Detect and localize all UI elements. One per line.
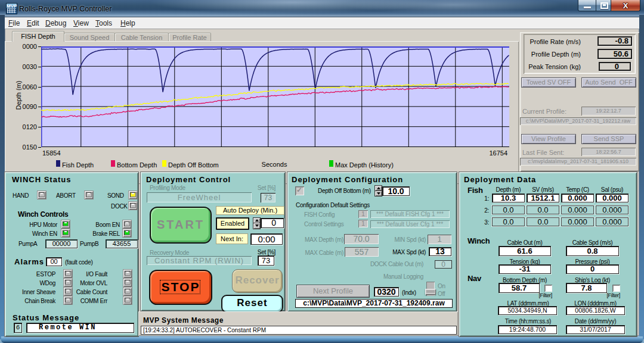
title-bar[interactable]: MVP Rolls-Royce MVP Controller X [0, 0, 644, 17]
start-button[interactable]: START [150, 207, 212, 244]
wdog-label: WDog [11, 280, 55, 286]
auto-deploy-stepper[interactable] [253, 218, 260, 229]
pump-a-label: PumpA [18, 241, 37, 247]
profile-depth-label: Profile Depth (m) [526, 51, 581, 58]
x-axis-title: Seconds [250, 161, 298, 168]
nav-section-label: Nav [467, 275, 481, 282]
winch-en-label: Winch EN [17, 230, 57, 237]
status-message-title: Status Message [13, 313, 79, 322]
cable-count-led[interactable] [123, 288, 132, 295]
abort-label: ABORT [56, 192, 76, 199]
fish-config-label: FISH Config [304, 211, 335, 218]
toggle-on-label: On [438, 283, 445, 289]
motor-ovl-label: Motor OVL [61, 280, 107, 286]
tab-profile-rate[interactable]: Profile Rate [168, 33, 211, 42]
menu-debug[interactable]: Debug [45, 19, 66, 27]
system-message-text: [19:24:33.2] AUTORECOVER - Constant RPM [141, 326, 457, 335]
io-fault-led[interactable] [123, 270, 132, 277]
sond-label: SOND [107, 192, 124, 199]
send-ssp-button[interactable]: Send SSP [581, 134, 636, 144]
fish-2-sal: 0.000 [596, 205, 628, 214]
auto-deploy-value[interactable]: 0 [261, 218, 284, 228]
time-value: 19:24:48.700 [498, 325, 557, 334]
dock-led[interactable] [129, 202, 137, 210]
deployment-data-panel: Deployment Data Fish Depth (m) SV (m/s) … [459, 172, 637, 336]
last-file-sent-file: c:\mvp\data\mvp_2017-07-31_181905.s10 [520, 158, 636, 166]
y-tick [38, 67, 41, 67]
depth-off-bottom-checkbox[interactable]: ✓ [295, 186, 304, 195]
legend-label-fish-depth: Fish Depth [62, 161, 94, 169]
stop-button[interactable]: STOP [149, 270, 212, 305]
pump-b-value: 43655 [106, 239, 138, 248]
depth-off-bottom-stepper[interactable] [375, 186, 382, 196]
tab-sound-speed[interactable]: Sound Speed [64, 33, 115, 42]
max-spd-label: MAX Spd (kt) [377, 249, 426, 255]
reset-button[interactable]: Reset [221, 295, 283, 313]
fish-row-label: 2: [477, 207, 489, 214]
max-cable-value: 557 [345, 247, 379, 257]
sond-led[interactable] [129, 191, 137, 199]
next-profile-button[interactable]: Next Profile [296, 285, 370, 298]
depth-off-bottom-value[interactable]: 10.0 [382, 186, 410, 196]
view-profile-button[interactable]: View Profile [521, 134, 576, 144]
dock-label: DOCK [111, 203, 128, 210]
towed-sv-button[interactable]: Towed SV OFF [521, 77, 576, 88]
ships-log-filter-checkbox[interactable] [612, 285, 620, 292]
motor-ovl-led[interactable] [123, 279, 132, 286]
control-settings-text: *** Default User Cfg 1 *** [370, 220, 450, 228]
winch-status-panel: WINCH Status HAND ABORT SOND DOCK Winch … [5, 172, 138, 336]
hpu-motor-label: HPU Motor [17, 222, 57, 228]
fish-3-sal: 0.000 [596, 217, 628, 226]
winch-status-title: WINCH Status [12, 175, 71, 184]
hand-led[interactable] [38, 191, 46, 199]
profiling-set-pct-value: 73 [261, 193, 275, 202]
fish-3-sv: 0.0 [527, 217, 559, 226]
brake-rel-led[interactable] [123, 229, 131, 237]
manual-logging-toggle-thumb[interactable] [425, 289, 436, 295]
winch-en-led[interactable] [61, 229, 70, 237]
fault-code-value: 00 [46, 257, 62, 266]
menu-edit[interactable]: Edit [27, 19, 39, 27]
tab-cable-tension[interactable]: Cable Tension [114, 33, 169, 42]
application-window: MVP Rolls-Royce MVP Controller X File Ed… [0, 0, 644, 343]
minimize-button[interactable] [578, 0, 597, 11]
legend-swatch-depth-off-bottom [162, 160, 166, 167]
profiling-mode-label: Profiling Mode [150, 185, 185, 191]
menu-tools[interactable]: Tools [95, 19, 112, 27]
stepper-down-icon[interactable] [375, 191, 382, 196]
tab-fish-depth[interactable]: FISH Depth [12, 31, 64, 42]
dock-cable-label: DOCK Cable Out (m) [353, 261, 423, 267]
stop-focus-rect [160, 280, 200, 294]
cable-spd-label: Cable Spd (m/s) [566, 239, 619, 246]
recovery-set-pct-value: 73 [258, 255, 274, 266]
deployment-data-title: Deployment Data [464, 175, 536, 184]
profiling-mode-value: FreeWheel [147, 192, 252, 202]
app-icon-waves [7, 8, 16, 13]
y-tick [38, 127, 41, 127]
menu-help[interactable]: Help [120, 19, 135, 27]
menu-file[interactable]: File [8, 19, 20, 27]
app-icon[interactable]: MVP [6, 3, 17, 14]
maximize-button[interactable] [596, 0, 612, 11]
cable-out-label: Cable Out (m) [499, 239, 551, 246]
window-border-right [639, 15, 644, 339]
recover-button[interactable]: Recover [232, 269, 283, 293]
close-button[interactable]: X [611, 0, 640, 11]
winch-section-label: Winch [467, 238, 490, 244]
manual-logging-label: Manual Logging [353, 273, 423, 280]
stepper-down-icon[interactable] [253, 223, 260, 229]
stepper-up-icon[interactable] [375, 186, 382, 191]
max-spd-value[interactable]: 13 [429, 247, 451, 256]
enabled-label: Enabled [216, 217, 249, 230]
stepper-up-icon[interactable] [253, 218, 260, 223]
index-label: (Indx) [402, 289, 416, 296]
fish-2-sv: 0.0 [527, 205, 559, 214]
hpu-motor-led[interactable] [61, 220, 70, 228]
bottom-depth-filter-checkbox[interactable] [544, 285, 552, 292]
abort-led[interactable] [85, 191, 93, 199]
auto-send-button[interactable]: Auto Send OFF [581, 77, 636, 88]
profile-summary-panel: Profile Rate (m/s) -0.8 Profile Depth (m… [520, 32, 639, 172]
boom-en-led[interactable] [123, 220, 131, 228]
menu-view[interactable]: View [73, 19, 89, 27]
comm-err-led[interactable] [123, 297, 132, 304]
